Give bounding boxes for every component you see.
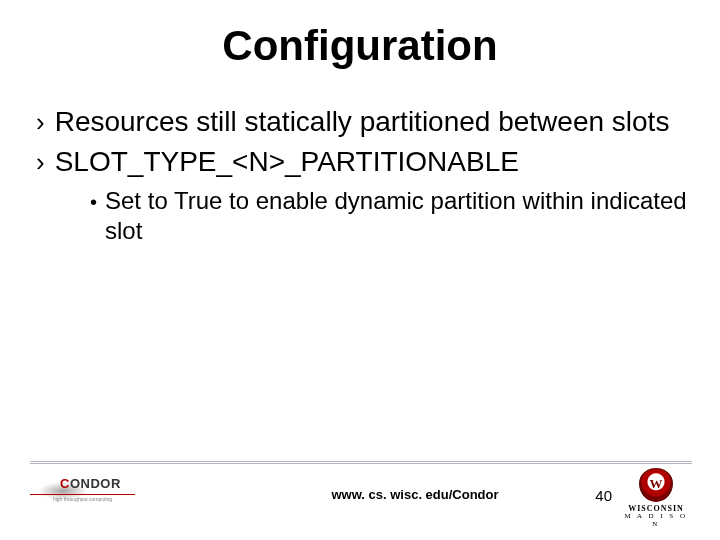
slide-title: Configuration [0,22,720,70]
footer-url: www. cs. wisc. edu/Condor [0,487,720,502]
uw-crest-icon [639,468,673,502]
bullet-2-1: • Set to True to enable dynamic partitio… [90,186,690,246]
bullet-2-1-text: Set to True to enable dynamic partition … [105,186,690,246]
dot-icon: • [90,188,97,216]
slide-content: › Resources still statically partitioned… [0,104,720,246]
chevron-right-icon: › [36,106,45,138]
bullet-2-text: SLOT_TYPE_<N>_PARTITIONABLE [55,144,519,180]
bullet-1-text: Resources still statically partitioned b… [55,104,670,140]
footer-divider [30,461,692,464]
bullet-1: › Resources still statically partitioned… [36,104,690,140]
bullet-2: › SLOT_TYPE_<N>_PARTITIONABLE [36,144,690,180]
page-number: 40 [595,487,612,504]
uw-logo: WISCONSIN M A D I S O N [620,468,692,520]
uw-text-line2: M A D I S O N [620,512,692,528]
chevron-right-icon: › [36,146,45,178]
